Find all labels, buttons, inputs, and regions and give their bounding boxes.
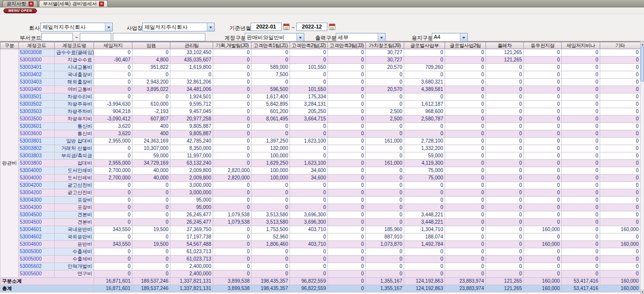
amount-cell[interactable]: 0 [366,101,404,108]
amount-cell[interactable]: 160,000 [524,226,562,234]
amount-cell[interactable]: 2,500 [366,108,404,116]
amount-cell[interactable]: 30,727 [366,57,404,64]
amount-cell[interactable]: 8,350,000 [170,145,213,152]
amount-cell[interactable]: 0 [94,71,132,79]
amount-cell[interactable]: 53,417,416 [562,285,600,293]
amount-cell[interactable]: 0 [404,49,445,57]
account-code-cell[interactable]: 53003501 [19,93,55,101]
amount-cell[interactable]: 2,580,787 [404,116,445,123]
amount-cell[interactable]: 343,550 [94,226,132,234]
amount-cell[interactable]: 0 [404,248,445,256]
amount-cell[interactable]: 0 [486,175,524,182]
amount-cell[interactable]: 1,079,538 [213,219,252,226]
account-name-cell[interactable]: 인력개발비 [55,263,94,270]
amount-cell[interactable]: 0 [562,101,600,108]
amount-cell[interactable]: 0 [445,79,486,86]
amount-cell[interactable]: 0 [290,130,328,138]
account-code-cell[interactable]: 53004602 [19,234,55,241]
amount-cell[interactable]: 0 [328,79,366,86]
amount-cell[interactable]: 0 [600,138,641,145]
account-code-cell[interactable]: 53003601 [19,123,55,130]
table-row[interactable]: 53004600운반비343,55019,50054,567,48801,806… [0,241,641,248]
amount-cell[interactable]: 0 [213,204,252,211]
amount-cell[interactable]: 0 [132,211,170,219]
account-name-cell[interactable]: 차량주차비 [55,108,94,116]
amount-cell[interactable]: 0 [328,138,366,145]
amount-cell[interactable]: 4,389,581 [404,86,445,93]
table-row[interactable]: 53005000수출제비0061,023,71300000000000 [0,256,641,263]
amount-cell[interactable]: 0 [213,160,252,167]
amount-cell[interactable]: 1,623,100 [290,138,328,145]
amount-cell[interactable]: 0 [486,123,524,130]
amount-cell[interactable]: 0 [404,204,445,211]
account-name-cell[interactable]: 견본비 [55,211,94,219]
amount-cell[interactable]: 2,955,000 [94,160,132,167]
amount-cell[interactable]: 0 [486,64,524,71]
amount-cell[interactable]: 75,000 [404,167,445,175]
amount-cell[interactable]: 1,629,250 [252,160,290,167]
account-name-cell[interactable]: 통신비 [55,130,94,138]
account-code-cell[interactable]: 53005602 [19,263,55,270]
amount-cell[interactable]: 1,617,400 [252,93,290,101]
account-code-cell[interactable]: 53003403 [19,79,55,86]
amount-cell[interactable]: 2,728,100 [404,138,445,145]
amount-cell[interactable]: 601,200 [252,108,290,116]
amount-cell[interactable]: 0 [328,57,366,64]
account-name-cell[interactable]: 견본비 [55,219,94,226]
amount-cell[interactable]: 0 [445,108,486,116]
amount-cell[interactable]: 9,805,887 [170,123,213,130]
amount-cell[interactable]: 0 [252,248,290,256]
amount-cell[interactable]: 0 [524,71,562,79]
amount-cell[interactable]: 10,307,000 [132,145,170,152]
amount-cell[interactable]: 0 [445,101,486,108]
amount-cell[interactable]: 3,448,221 [404,211,445,219]
amount-cell[interactable]: 0 [486,256,524,263]
amount-cell[interactable]: 0 [213,130,252,138]
amount-cell[interactable]: 0 [524,175,562,182]
amount-cell[interactable]: 11,997,000 [170,152,213,160]
amount-cell[interactable]: 0 [445,234,486,241]
amount-cell[interactable]: 23,883,974 [445,278,486,285]
amount-cell[interactable]: 0 [524,248,562,256]
amount-cell[interactable]: 0 [328,248,366,256]
amount-cell[interactable]: 0 [486,219,524,226]
amount-cell[interactable]: 188,074 [404,234,445,241]
table-row[interactable]: 53005600연구비002,400,00000000000000 [0,270,641,278]
amount-cell[interactable]: 0 [132,197,170,204]
amount-cell[interactable]: 0 [562,79,600,86]
amount-cell[interactable]: 0 [252,189,290,197]
amount-cell[interactable]: 0 [132,256,170,263]
amount-cell[interactable]: 0 [524,270,562,278]
amount-cell[interactable]: 0 [328,167,366,175]
amount-cell[interactable]: 0 [213,248,252,256]
amount-cell[interactable]: 0 [404,130,445,138]
amount-cell[interactable]: 160,000 [524,278,562,285]
amount-cell[interactable]: 0 [562,138,600,145]
account-name-cell[interactable]: 일반 접대비 [55,138,94,145]
amount-cell[interactable]: 3,000,000 [170,189,213,197]
amount-cell[interactable]: 0 [328,101,366,108]
account-code-cell[interactable]: 53004500 [19,211,55,219]
amount-cell[interactable]: 0 [600,93,641,101]
amount-cell[interactable]: 1,492,784 [404,241,445,248]
amount-cell[interactable]: 0 [486,197,524,204]
amount-cell[interactable]: 0 [524,101,562,108]
amount-cell[interactable]: 34,481,006 [170,86,213,93]
amount-cell[interactable]: 160,000 [524,285,562,293]
amount-cell[interactable]: 0 [328,182,366,189]
amount-cell[interactable]: 0 [562,189,600,197]
amount-cell[interactable]: 0 [213,182,252,189]
table-row[interactable]: 53003800접대비2,955,00034,729,16963,132,240… [0,160,641,167]
account-name-cell[interactable]: 광고선전비 [55,189,94,197]
amount-cell[interactable]: 0 [524,64,562,71]
amount-cell[interactable]: 63,132,240 [170,160,213,167]
amount-cell[interactable]: 0 [252,256,290,263]
amount-cell[interactable]: 1,332,200 [404,145,445,152]
amount-cell[interactable]: 0 [600,71,641,79]
amount-cell[interactable]: 0 [328,197,366,204]
table-row[interactable]: 53004200광고선전비003,000,00000000000000 [0,189,641,197]
amount-cell[interactable]: 0 [328,226,366,234]
amount-cell[interactable]: 61,023,713 [170,248,213,256]
table-row[interactable]: 53003500차량유지비-3,090,412607,80720,977,258… [0,116,641,123]
amount-cell[interactable]: 121,265 [486,57,524,64]
